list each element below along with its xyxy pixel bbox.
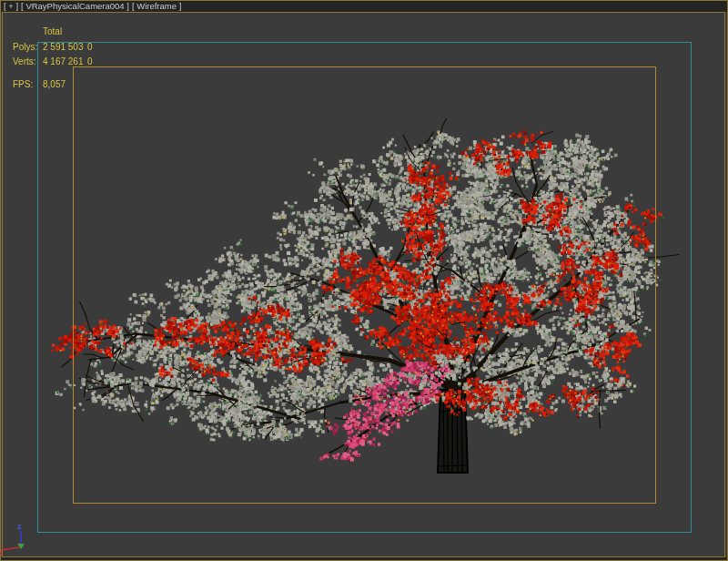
viewport-pov-menu[interactable]: [ VRayPhysicalCamera004 ]	[21, 1, 129, 11]
viewport-label: [ + ][ VRayPhysicalCamera004 ][ Wirefram…	[4, 1, 184, 11]
viewport-canvas[interactable]	[0, 0, 728, 561]
stats-verts-value: 4 167 261	[43, 56, 84, 66]
stats-fps-label: FPS:	[13, 79, 33, 89]
stats-polys-value: 2 591 503	[43, 42, 84, 52]
stats-verts-extra: 0	[87, 56, 93, 66]
axis-y-arrow	[17, 544, 25, 549]
axis-z-label: z	[17, 522, 22, 531]
axis-x-label: x	[0, 548, 3, 557]
stats-header: Total	[43, 26, 62, 36]
stats-verts-label: Verts:	[13, 56, 36, 66]
viewport-shading-menu[interactable]: [ Wireframe ]	[132, 1, 181, 11]
viewport-general-menu[interactable]: [ + ]	[4, 1, 18, 11]
stats-fps-value: 8,057	[43, 79, 66, 89]
stats-polys-extra: 0	[87, 42, 93, 52]
world-axis-tripod: z x	[0, 519, 42, 561]
stats-polys-label: Polys:	[13, 42, 37, 52]
viewport: [ + ][ VRayPhysicalCamera004 ][ Wirefram…	[0, 0, 728, 561]
axis-x-line	[1, 547, 19, 550]
viewport-bottom-edge	[0, 557, 728, 561]
